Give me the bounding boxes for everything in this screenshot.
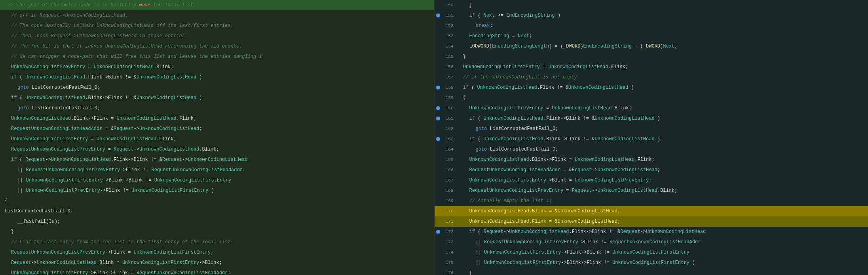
code-line: || UnknownCodingListPrevEntry->Flink != … [0,185,434,196]
code-line: 151 if ( Next >= EndEncodingString ) [435,10,868,21]
line-number: 169 [443,199,457,203]
code-line: 168 RequestUnknownCodingListPrevEntry = … [435,185,868,196]
code-line: UnknownCodingListPrevEntry = UnknownCodi… [0,62,434,72]
code-line: 150 } [435,0,868,10]
line-number: 173 [443,240,457,244]
line-number: 176 [443,271,457,275]
code-line: 161 if ( UnknownCodingListHead.Flink->Bl… [435,113,868,124]
code-line: 166 RequestUnknownCodingListHeadAddr = &… [435,165,868,175]
code-line: 175 || UnknownCodingListFirstEntry->Blin… [435,258,868,268]
left-pane: // The goal of the below code is to basi… [0,0,435,275]
right-pane: 150 } 151 if ( Next >= EndEncodingString… [435,0,868,275]
breakpoint-dot [436,230,440,234]
code-line: if ( Request->UnknownCodingListHead.Flin… [0,155,434,165]
line-number: 166 [443,168,457,172]
code-line: 157 // if the UnknownCodingList is not e… [435,72,868,82]
code-line: 169 // Actually empty the list :) [435,196,868,206]
code-line: RequestUnknownCodingListPrevEntry->Flink… [0,247,434,258]
code-line: 153 EncodingString = Next; [435,31,868,41]
code-line: RequestUnknownCodingListHeadAddr = &Requ… [0,124,434,134]
code-line: goto ListCorruptedFastFail_0; [0,82,434,93]
code-line: 172 if ( Request->UnknownCodingListHead.… [435,227,868,237]
line-number: 150 [443,3,457,8]
code-line: UnknownCodingListHead.Blink->Flink = Unk… [0,113,434,124]
code-line: // The goal of the below code is to basi… [0,0,434,10]
code-line: // off in Request->UnknownCodingListHead… [0,10,434,21]
code-line: if ( UnknownCodingListHead.Blink->Flink … [0,93,434,103]
code-line: 163 if ( UnknownCodingListHead.Blink->Fl… [435,134,868,144]
code-line: } [0,227,434,237]
breakpoint-dot [436,116,440,120]
code-line: 164 goto ListCorruptedFastFail_0; [435,144,868,155]
code-line: 176 { [435,268,868,275]
line-number: 162 [443,126,457,131]
code-line: 154 LODWORD(EncodingStringLength) = (_DW… [435,41,868,52]
code-line-highlighted: 170 UnknownCodingListHead.Blink = &Unkno… [435,206,868,216]
line-number: 157 [443,75,457,80]
code-line: 173 || RequestUnknownCodingListPrevEntry… [435,237,868,247]
line-number: 152 [443,23,457,28]
code-line: { [0,196,434,206]
breakpoint-dot [436,86,440,90]
line-number: 168 [443,188,457,193]
line-number: 164 [443,147,457,152]
code-line: || UnknownCodingListFirstEntry->Blink->B… [0,175,434,185]
code-line: // The code basically unlinks UnknowCodi… [0,21,434,31]
code-line: 165 UnknownCodingListHead.Blink->Flink =… [435,155,868,165]
line-number: 155 [443,54,457,59]
line-number: 170 [443,209,457,214]
line-number: 165 [443,157,457,162]
code-line: 167 UnknownCodingListFirstEntry->Blink =… [435,175,868,185]
line-number: 161 [443,116,457,121]
line-number: 171 [443,219,457,224]
breakpoint-dot [436,137,440,141]
code-line: // The fun bit is that it leaves UnknowC… [0,41,434,52]
breakpoint-dot [436,106,440,110]
code-line: // Link the last entry from the req list… [0,237,434,247]
line-number: 167 [443,178,457,183]
code-line: __fastfail(3u); [0,216,434,227]
code-line: Request->UnknownCodingListHead.Blink = U… [0,258,434,268]
code-line: || RequestUnknownCodingListPrevEntry->Fl… [0,165,434,175]
line-number: 158 [443,85,457,90]
line-number: 156 [443,65,457,69]
line-number: 174 [443,250,457,255]
code-line: 156 UnknownCodingListFirstEntry = Unknow… [435,62,868,72]
line-number: 163 [443,137,457,141]
code-line: 159 { [435,93,868,103]
code-line-active: 171 UnknownCodingListHead.Flink = &Unkno… [435,216,868,227]
code-line: 152 break; [435,21,868,31]
line-number: 172 [443,229,457,234]
code-line: // We can trigger a code-path that will … [0,52,434,62]
code-line: goto ListCorruptedFastFail_0; [0,103,434,113]
code-line: // Then, hook Request->UnknownCodingList… [0,31,434,41]
code-line: 160 UnknownCodingListPrevEntry = Unknown… [435,103,868,113]
line-number: 151 [443,13,457,18]
right-code-container: 150 } 151 if ( Next >= EndEncodingString… [435,0,868,275]
code-line: UnknownCodingListFirstEntry = UnknownCod… [0,134,434,144]
breakpoint-dot [436,13,440,17]
code-line: ListCorruptedFastFail_0: [0,206,434,216]
line-number: 153 [443,34,457,38]
line-number: 175 [443,260,457,265]
code-line: 162 goto ListCorruptedFastFail_0; [435,124,868,134]
code-line: RequestUnknownCodingListPrevEntry = Requ… [0,144,434,155]
code-line: UnknownCodingListFirstEntry->Blink->Flin… [0,268,434,275]
code-line: 155 } [435,52,868,62]
code-line: 174 || UnknownCodingListFirstEntry->Flin… [435,247,868,258]
line-number: 160 [443,106,457,111]
code-line: 158 if ( UnknownCodingListHead.Flink != … [435,82,868,93]
line-number: 159 [443,95,457,100]
code-line: if ( UnknownCodingListHead.Flink->Blink … [0,72,434,82]
left-code-container: // The goal of the below code is to basi… [0,0,434,275]
line-number: 154 [443,44,457,49]
